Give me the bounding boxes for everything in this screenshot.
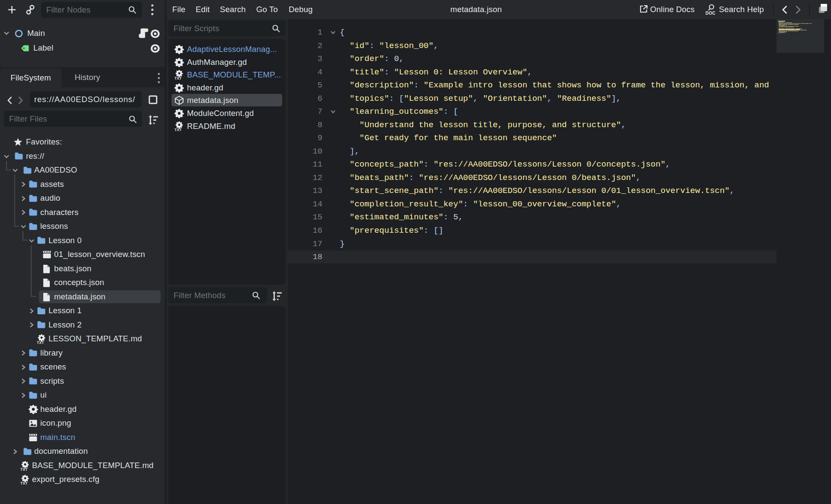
svg-text:TXT: TXT (174, 128, 182, 132)
svg-text:TXT: TXT (20, 467, 28, 471)
svg-text:TXT: TXT (37, 340, 44, 344)
svg-text:DOC: DOC (705, 11, 715, 16)
svg-text:TXT: TXT (20, 481, 28, 485)
svg-text:TXT: TXT (174, 76, 182, 80)
